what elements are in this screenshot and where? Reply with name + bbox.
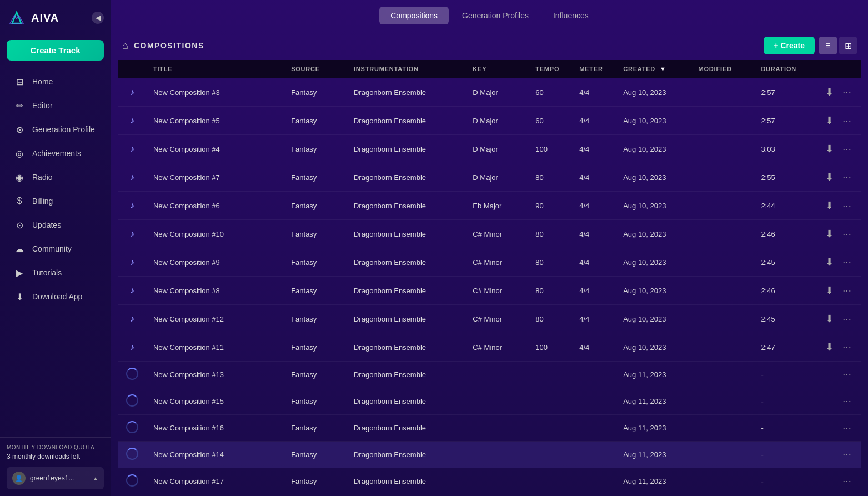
col-header-created[interactable]: CREATED ▼ (616, 60, 691, 78)
more-options-button[interactable]: ⋯ (839, 113, 855, 128)
col-header-tempo[interactable]: TEMPO (529, 60, 573, 78)
table-row[interactable]: ♪New Composition #6FantasyDragonborn Ens… (118, 192, 861, 220)
table-row[interactable]: ♪New Composition #8FantasyDragonborn Ens… (118, 277, 861, 305)
download-button[interactable]: ⬇ (822, 339, 837, 355)
table-row[interactable]: ♪New Composition #5FantasyDragonborn Ens… (118, 107, 861, 135)
list-view-button[interactable]: ≡ (819, 37, 837, 54)
table-row[interactable]: ♪New Composition #9FantasyDragonborn Ens… (118, 248, 861, 277)
col-header-duration[interactable]: DURATION (754, 60, 809, 78)
composition-tempo: 80 (529, 248, 573, 277)
col-header-meter[interactable]: METER (573, 60, 616, 78)
sidebar-item-home[interactable]: ⊟ Home (4, 70, 106, 93)
sidebar-item-achievements[interactable]: ◎ Achievements (4, 142, 106, 165)
table-row[interactable]: New Composition #14FantasyDragonborn Ens… (118, 442, 861, 468)
more-options-button[interactable]: ⋯ (839, 394, 855, 409)
user-row[interactable]: 👤 green1eyes1... ▲ (7, 467, 104, 489)
download-button[interactable]: ⬇ (822, 310, 837, 327)
download-button[interactable]: ⬇ (822, 84, 837, 101)
more-options-button[interactable]: ⋯ (839, 142, 855, 157)
col-header-key[interactable]: KEY (466, 60, 529, 78)
table-row[interactable]: ♪New Composition #12FantasyDragonborn En… (118, 305, 861, 333)
composition-instrumentation: Dragonborn Ensemble (347, 78, 466, 107)
col-header-source[interactable]: SOURCE (284, 60, 347, 78)
table-row[interactable]: ♪New Composition #4FantasyDragonborn Ens… (118, 135, 861, 163)
achievements-icon: ◎ (13, 147, 26, 159)
download-button[interactable]: ⬇ (822, 282, 837, 299)
loading-spinner (118, 415, 147, 442)
collapse-button[interactable]: ◀ (92, 12, 104, 24)
download-button[interactable]: ⬇ (822, 226, 837, 242)
download-button[interactable]: ⬇ (822, 112, 837, 129)
composition-tempo: 80 (529, 277, 573, 305)
tab-generation-profiles[interactable]: Generation Profiles (451, 7, 540, 24)
table-row[interactable]: New Composition #17FantasyDragonborn Ens… (118, 468, 861, 490)
composition-key (466, 362, 529, 388)
composition-actions: ⬇ ⋯ (809, 78, 861, 107)
download-button[interactable]: ⬇ (822, 169, 837, 186)
sidebar-item-download-app[interactable]: ⬇ Download App (4, 285, 106, 308)
table-row[interactable]: ♪New Composition #3FantasyDragonborn Ens… (118, 78, 861, 107)
composition-source: Fantasy (284, 220, 347, 248)
sidebar-item-radio[interactable]: ◉ Radio (4, 166, 106, 189)
table-row[interactable]: New Composition #13FantasyDragonborn Ens… (118, 362, 861, 388)
create-track-button[interactable]: Create Track (7, 40, 104, 61)
table-row[interactable]: ♪New Composition #10FantasyDragonborn En… (118, 220, 861, 248)
tab-influences[interactable]: Influences (542, 7, 600, 24)
composition-key: C# Minor (466, 220, 529, 248)
composition-tempo: 100 (529, 333, 573, 362)
table-row[interactable]: ♪New Composition #11FantasyDragonborn En… (118, 333, 861, 362)
more-options-button[interactable]: ⋯ (839, 85, 855, 100)
sidebar-item-editor[interactable]: ✏ Editor (4, 94, 106, 117)
spinner-animation (126, 368, 138, 380)
more-options-button[interactable]: ⋯ (839, 420, 855, 435)
music-note-icon: ♪ (118, 163, 147, 192)
composition-title: New Composition #11 (147, 333, 284, 362)
list-view-icon: ≡ (825, 41, 830, 51)
more-options-button[interactable]: ⋯ (839, 447, 855, 462)
music-note-symbol: ♪ (130, 229, 134, 238)
composition-created: Aug 11, 2023 (616, 468, 691, 490)
more-options-button[interactable]: ⋯ (839, 283, 855, 298)
more-options-button[interactable]: ⋯ (839, 474, 855, 489)
col-header-modified[interactable]: MODIFIED (692, 60, 755, 78)
composition-created: Aug 11, 2023 (616, 362, 691, 388)
sidebar-item-label-home: Home (32, 77, 53, 86)
sidebar-bottom: MONTHLY DOWNLOAD QUOTA 3 monthly downloa… (0, 437, 111, 496)
more-options-button[interactable]: ⋯ (839, 198, 855, 213)
more-options-button[interactable]: ⋯ (839, 367, 855, 382)
composition-title: New Composition #14 (147, 442, 284, 468)
more-options-button[interactable]: ⋯ (839, 340, 855, 355)
table-header: TITLE SOURCE INSTRUMENTATION KEY TEMPO M… (118, 60, 861, 78)
grid-view-button[interactable]: ⊞ (839, 37, 857, 54)
download-button[interactable]: ⬇ (822, 254, 837, 270)
composition-meter: 4/4 (573, 277, 616, 305)
download-button[interactable]: ⬇ (822, 141, 837, 157)
composition-source: Fantasy (284, 78, 347, 107)
sidebar-nav: ⊟ Home ✏ Editor ⊗ Generation Profile ◎ A… (0, 69, 111, 309)
sidebar-item-generation-profile[interactable]: ⊗ Generation Profile (4, 118, 106, 141)
tab-compositions[interactable]: Compositions (379, 7, 449, 24)
sidebar-item-tutorials[interactable]: ▶ Tutorials (4, 261, 106, 284)
composition-title: New Composition #9 (147, 248, 284, 277)
composition-title: New Composition #7 (147, 163, 284, 192)
quota-value: 3 monthly downloads left (7, 453, 104, 460)
col-header-title[interactable]: TITLE (147, 60, 284, 78)
create-button[interactable]: + Create (764, 37, 815, 54)
composition-created: Aug 10, 2023 (616, 220, 691, 248)
composition-modified (692, 192, 755, 220)
download-button[interactable]: ⬇ (822, 197, 837, 214)
music-note-symbol: ♪ (130, 144, 134, 153)
table-row[interactable]: New Composition #16FantasyDragonborn Ens… (118, 415, 861, 442)
composition-instrumentation: Dragonborn Ensemble (347, 333, 466, 362)
col-header-instrumentation[interactable]: INSTRUMENTATION (347, 60, 466, 78)
more-options-button[interactable]: ⋯ (839, 312, 855, 327)
table-row[interactable]: New Composition #15FantasyDragonborn Ens… (118, 388, 861, 415)
sidebar-item-updates[interactable]: ⊙ Updates (4, 213, 106, 237)
table-row[interactable]: ♪New Composition #7FantasyDragonborn Ens… (118, 163, 861, 192)
more-options-button[interactable]: ⋯ (839, 255, 855, 270)
more-options-button[interactable]: ⋯ (839, 170, 855, 185)
more-options-button[interactable]: ⋯ (839, 227, 855, 242)
composition-meter (573, 442, 616, 468)
sidebar-item-billing[interactable]: $ Billing (4, 189, 106, 213)
sidebar-item-community[interactable]: ☁ Community (4, 237, 106, 260)
